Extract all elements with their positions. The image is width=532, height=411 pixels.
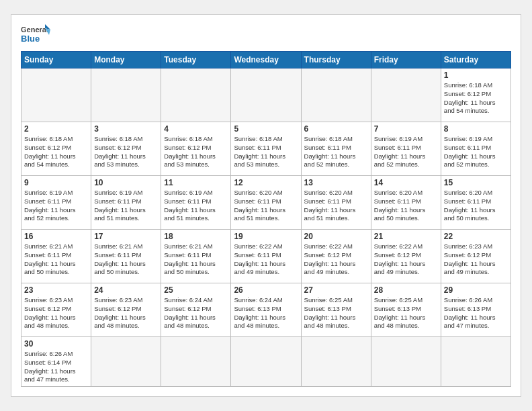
- day-number: 10: [94, 178, 158, 187]
- day-info: Sunrise: 6:18 AM Sunset: 6:12 PM Dayligh…: [444, 81, 508, 116]
- day-info: Sunrise: 6:20 AM Sunset: 6:11 PM Dayligh…: [234, 189, 298, 223]
- day-number: 23: [24, 285, 88, 295]
- day-number: 20: [304, 232, 368, 241]
- day-info: Sunrise: 6:20 AM Sunset: 6:11 PM Dayligh…: [304, 189, 368, 223]
- day-number: 1: [444, 71, 508, 80]
- calendar-cell: [301, 336, 371, 386]
- calendar-cell: [301, 68, 371, 122]
- calendar-cell: 6Sunrise: 6:18 AM Sunset: 6:11 PM Daylig…: [301, 122, 371, 175]
- calendar-cell: [161, 336, 231, 386]
- day-info: Sunrise: 6:19 AM Sunset: 6:11 PM Dayligh…: [94, 189, 158, 223]
- calendar-cell: 7Sunrise: 6:19 AM Sunset: 6:11 PM Daylig…: [371, 122, 441, 175]
- calendar-cell: 21Sunrise: 6:22 AM Sunset: 6:12 PM Dayli…: [371, 229, 441, 283]
- calendar-cell: 29Sunrise: 6:26 AM Sunset: 6:13 PM Dayli…: [441, 283, 511, 336]
- calendar-row-2: 9Sunrise: 6:19 AM Sunset: 6:11 PM Daylig…: [21, 175, 511, 229]
- calendar-cell: 11Sunrise: 6:19 AM Sunset: 6:11 PM Dayli…: [161, 175, 231, 229]
- calendar-cell: 25Sunrise: 6:24 AM Sunset: 6:12 PM Dayli…: [161, 283, 231, 336]
- calendar-row-3: 16Sunrise: 6:21 AM Sunset: 6:11 PM Dayli…: [21, 229, 511, 283]
- day-number: 24: [94, 285, 158, 295]
- day-number: 22: [444, 232, 508, 241]
- calendar-cell: 16Sunrise: 6:21 AM Sunset: 6:11 PM Dayli…: [21, 229, 91, 283]
- calendar-cell: [21, 68, 91, 122]
- day-number: 3: [94, 124, 158, 134]
- calendar-cell: 5Sunrise: 6:18 AM Sunset: 6:11 PM Daylig…: [231, 122, 301, 175]
- day-number: 26: [234, 285, 298, 295]
- day-info: Sunrise: 6:25 AM Sunset: 6:13 PM Dayligh…: [304, 296, 368, 330]
- logo: General Blue: [21, 21, 50, 47]
- day-info: Sunrise: 6:19 AM Sunset: 6:11 PM Dayligh…: [444, 135, 508, 169]
- day-number: 21: [374, 232, 438, 241]
- calendar-cell: 15Sunrise: 6:20 AM Sunset: 6:11 PM Dayli…: [441, 175, 511, 229]
- day-number: 30: [24, 339, 88, 349]
- day-number: 6: [304, 124, 368, 134]
- calendar-cell: 26Sunrise: 6:24 AM Sunset: 6:13 PM Dayli…: [231, 283, 301, 336]
- calendar-container: General Blue SundayMondayTuesdayWednesda…: [11, 14, 521, 397]
- day-info: Sunrise: 6:20 AM Sunset: 6:11 PM Dayligh…: [374, 189, 438, 223]
- day-info: Sunrise: 6:18 AM Sunset: 6:12 PM Dayligh…: [24, 135, 88, 169]
- day-info: Sunrise: 6:21 AM Sunset: 6:11 PM Dayligh…: [94, 242, 158, 277]
- day-info: Sunrise: 6:24 AM Sunset: 6:12 PM Dayligh…: [164, 296, 228, 330]
- calendar-cell: 13Sunrise: 6:20 AM Sunset: 6:11 PM Dayli…: [301, 175, 371, 229]
- day-info: Sunrise: 6:19 AM Sunset: 6:11 PM Dayligh…: [164, 189, 228, 223]
- calendar-cell: [91, 68, 161, 122]
- day-number: 12: [234, 178, 298, 187]
- calendar-cell: [231, 336, 301, 386]
- day-info: Sunrise: 6:18 AM Sunset: 6:12 PM Dayligh…: [94, 135, 158, 169]
- calendar-cell: [161, 68, 231, 122]
- weekday-monday: Monday: [91, 51, 161, 68]
- calendar-cell: 4Sunrise: 6:18 AM Sunset: 6:12 PM Daylig…: [161, 122, 231, 175]
- day-number: 16: [24, 232, 88, 241]
- header: General Blue: [21, 21, 511, 47]
- weekday-friday: Friday: [371, 51, 441, 68]
- calendar-cell: 18Sunrise: 6:21 AM Sunset: 6:11 PM Dayli…: [161, 229, 231, 283]
- calendar-cell: 10Sunrise: 6:19 AM Sunset: 6:11 PM Dayli…: [91, 175, 161, 229]
- day-number: 9: [24, 178, 88, 187]
- day-info: Sunrise: 6:26 AM Sunset: 6:14 PM Dayligh…: [24, 350, 88, 384]
- calendar-cell: 14Sunrise: 6:20 AM Sunset: 6:11 PM Dayli…: [371, 175, 441, 229]
- calendar-cell: [231, 68, 301, 122]
- calendar-cell: 17Sunrise: 6:21 AM Sunset: 6:11 PM Dayli…: [91, 229, 161, 283]
- day-number: 18: [164, 232, 228, 241]
- weekday-tuesday: Tuesday: [161, 51, 231, 68]
- calendar-row-1: 2Sunrise: 6:18 AM Sunset: 6:12 PM Daylig…: [21, 122, 511, 175]
- day-info: Sunrise: 6:23 AM Sunset: 6:12 PM Dayligh…: [24, 296, 88, 330]
- calendar-cell: 27Sunrise: 6:25 AM Sunset: 6:13 PM Dayli…: [301, 283, 371, 336]
- day-number: 28: [374, 285, 438, 295]
- calendar-cell: 30Sunrise: 6:26 AM Sunset: 6:14 PM Dayli…: [21, 336, 91, 386]
- day-info: Sunrise: 6:19 AM Sunset: 6:11 PM Dayligh…: [374, 135, 438, 169]
- calendar-cell: 22Sunrise: 6:23 AM Sunset: 6:12 PM Dayli…: [441, 229, 511, 283]
- day-info: Sunrise: 6:23 AM Sunset: 6:12 PM Dayligh…: [94, 296, 158, 330]
- calendar-cell: 9Sunrise: 6:19 AM Sunset: 6:11 PM Daylig…: [21, 175, 91, 229]
- calendar-cell: 28Sunrise: 6:25 AM Sunset: 6:13 PM Dayli…: [371, 283, 441, 336]
- day-info: Sunrise: 6:20 AM Sunset: 6:11 PM Dayligh…: [444, 189, 508, 223]
- calendar-cell: [441, 336, 511, 386]
- calendar-cell: 2Sunrise: 6:18 AM Sunset: 6:12 PM Daylig…: [21, 122, 91, 175]
- day-number: 15: [444, 178, 508, 187]
- day-number: 19: [234, 232, 298, 241]
- weekday-wednesday: Wednesday: [231, 51, 301, 68]
- calendar-row-0: 1Sunrise: 6:18 AM Sunset: 6:12 PM Daylig…: [21, 68, 511, 122]
- svg-text:Blue: Blue: [21, 34, 40, 44]
- day-info: Sunrise: 6:22 AM Sunset: 6:12 PM Dayligh…: [374, 242, 438, 277]
- day-number: 14: [374, 178, 438, 187]
- svg-text:General: General: [21, 26, 48, 34]
- day-number: 2: [24, 124, 88, 134]
- logo-svg: General Blue: [21, 21, 50, 47]
- calendar-cell: 23Sunrise: 6:23 AM Sunset: 6:12 PM Dayli…: [21, 283, 91, 336]
- day-info: Sunrise: 6:24 AM Sunset: 6:13 PM Dayligh…: [234, 296, 298, 330]
- day-number: 4: [164, 124, 228, 134]
- calendar-row-5: 30Sunrise: 6:26 AM Sunset: 6:14 PM Dayli…: [21, 336, 511, 386]
- calendar-cell: 20Sunrise: 6:22 AM Sunset: 6:12 PM Dayli…: [301, 229, 371, 283]
- calendar-cell: [91, 336, 161, 386]
- calendar-cell: 24Sunrise: 6:23 AM Sunset: 6:12 PM Dayli…: [91, 283, 161, 336]
- day-number: 7: [374, 124, 438, 134]
- day-info: Sunrise: 6:19 AM Sunset: 6:11 PM Dayligh…: [24, 189, 88, 223]
- day-number: 29: [444, 285, 508, 295]
- day-number: 5: [234, 124, 298, 134]
- day-number: 17: [94, 232, 158, 241]
- calendar-row-4: 23Sunrise: 6:23 AM Sunset: 6:12 PM Dayli…: [21, 283, 511, 336]
- weekday-sunday: Sunday: [21, 51, 91, 68]
- day-info: Sunrise: 6:21 AM Sunset: 6:11 PM Dayligh…: [164, 242, 228, 277]
- weekday-saturday: Saturday: [441, 51, 511, 68]
- day-info: Sunrise: 6:18 AM Sunset: 6:11 PM Dayligh…: [304, 135, 368, 169]
